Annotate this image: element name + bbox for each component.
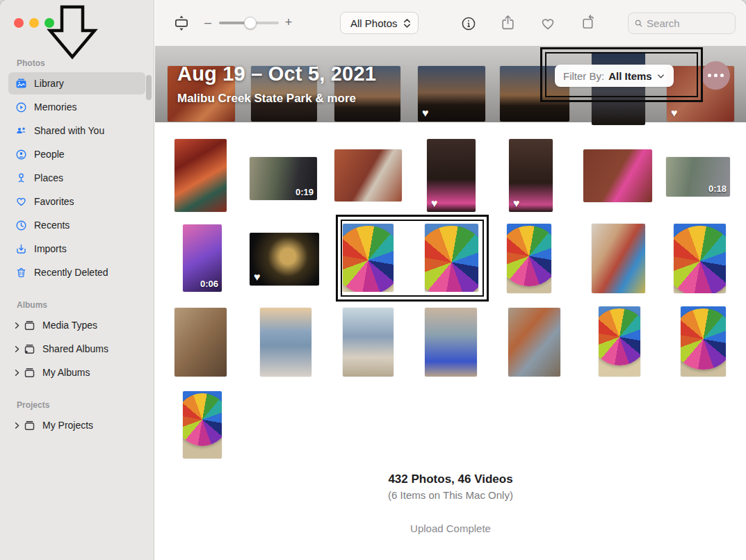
album-icon bbox=[24, 420, 35, 431]
main-area: – + All Photos bbox=[155, 0, 746, 560]
video-thumbnail[interactable]: 0:19 bbox=[250, 157, 317, 200]
photo-thumbnail[interactable] bbox=[674, 224, 726, 293]
sidebar-item-people[interactable]: People bbox=[8, 143, 145, 165]
photo-thumbnail[interactable] bbox=[425, 308, 477, 377]
favorite-heart-badge: ♥ bbox=[431, 198, 438, 209]
sidebar-item-label: Favorites bbox=[34, 196, 74, 207]
annotation-arrow bbox=[44, 4, 100, 61]
photo-thumbnail[interactable] bbox=[592, 52, 645, 125]
people-icon bbox=[15, 149, 27, 160]
favorite-heart-badge: ♥ bbox=[513, 198, 520, 209]
sidebar-item-label: Library bbox=[34, 78, 64, 89]
video-duration-badge: 0:18 bbox=[708, 183, 727, 194]
sidebar-item-label: Imports bbox=[34, 243, 67, 254]
photo-thumbnail[interactable]: ♥ bbox=[427, 139, 476, 212]
photo-thumbnail[interactable]: ♥ bbox=[509, 139, 553, 212]
sidebar-item-memories[interactable]: Memories bbox=[8, 96, 145, 118]
photo-thumbnail[interactable] bbox=[681, 306, 726, 377]
photo-thumbnail[interactable]: ♥ bbox=[418, 66, 485, 122]
photo-thumbnail[interactable] bbox=[334, 149, 402, 201]
zoom-out-button[interactable]: – bbox=[201, 11, 215, 33]
chevron-right-icon[interactable] bbox=[13, 345, 22, 354]
photo-thumbnail[interactable] bbox=[592, 224, 645, 293]
info-button[interactable] bbox=[460, 15, 478, 33]
sidebar-item-label: Places bbox=[34, 172, 63, 183]
sidebar-item-label: Media Types bbox=[42, 320, 97, 331]
photo-thumbnail[interactable] bbox=[583, 149, 652, 202]
photo-thumbnail[interactable] bbox=[508, 308, 560, 377]
photo-thumbnail[interactable] bbox=[599, 306, 640, 377]
toolbar: – + All Photos bbox=[155, 0, 746, 46]
chevron-down-icon bbox=[656, 72, 665, 81]
shared-with-you-icon bbox=[15, 125, 27, 137]
favorite-heart-icon[interactable] bbox=[539, 15, 557, 33]
sidebar-item-recently-deleted[interactable]: Recently Deleted bbox=[8, 261, 145, 283]
photo-thumbnail[interactable] bbox=[343, 224, 394, 292]
moment-title-block: Aug 19 – Oct 5, 2021 Malibu Creek State … bbox=[177, 63, 376, 106]
sidebar-item-shared-albums[interactable]: Shared Albums bbox=[8, 338, 145, 360]
section-label-albums: Albums bbox=[17, 300, 148, 310]
chevron-right-icon[interactable] bbox=[13, 368, 22, 377]
sidebar-item-my-albums[interactable]: My Albums bbox=[8, 361, 145, 384]
local-items-note: (6 Items on This Mac Only) bbox=[155, 489, 746, 501]
sidebar-item-library[interactable]: Library bbox=[8, 72, 145, 94]
photos-window: PhotosLibraryMemoriesShared with YouPeop… bbox=[0, 0, 746, 560]
album-icon bbox=[24, 320, 35, 331]
photo-thumbnail[interactable] bbox=[175, 308, 227, 377]
video-duration-badge: 0:06 bbox=[200, 279, 218, 289]
rotate-icon[interactable] bbox=[579, 13, 597, 31]
sidebar-item-imports[interactable]: Imports bbox=[8, 238, 145, 260]
sidebar-item-label: Recents bbox=[34, 220, 70, 231]
minimize-window-button[interactable] bbox=[29, 18, 39, 28]
favorite-heart-badge: ♥ bbox=[254, 272, 261, 283]
recents-icon bbox=[15, 220, 27, 231]
photo-thumbnail[interactable] bbox=[183, 391, 222, 459]
sidebar-scrollbar[interactable] bbox=[146, 75, 152, 100]
library-counts: 432 Photos, 46 Videos bbox=[155, 472, 746, 486]
more-options-button[interactable] bbox=[702, 61, 730, 90]
sidebar-item-label: Shared with You bbox=[34, 125, 104, 136]
filter-by-label: Filter By: bbox=[563, 70, 604, 82]
sidebar-item-places[interactable]: Places bbox=[8, 167, 145, 189]
sidebar-item-favorites[interactable]: Favorites bbox=[8, 190, 145, 213]
memories-icon bbox=[15, 101, 27, 113]
sidebar-item-label: My Projects bbox=[42, 420, 93, 431]
view-selector-label: All Photos bbox=[350, 17, 398, 29]
sidebar-item-shared-with-you[interactable]: Shared with You bbox=[8, 120, 145, 142]
section-label-projects: Projects bbox=[17, 400, 148, 410]
photo-thumbnail[interactable] bbox=[343, 308, 394, 377]
sidebar-item-media-types[interactable]: Media Types bbox=[8, 314, 145, 336]
chevron-right-icon[interactable] bbox=[13, 421, 22, 430]
chevron-up-down-icon bbox=[403, 18, 411, 28]
favorite-heart-badge: ♥ bbox=[422, 108, 429, 119]
slider-thumb[interactable] bbox=[244, 17, 257, 29]
close-window-button[interactable] bbox=[14, 18, 24, 28]
video-thumbnail[interactable]: 0:06 bbox=[183, 224, 222, 292]
search-input[interactable] bbox=[647, 17, 729, 29]
filter-by-dropdown[interactable]: Filter By: All Items bbox=[555, 65, 674, 87]
sidebar-sections: PhotosLibraryMemoriesShared with YouPeop… bbox=[6, 58, 148, 436]
trash-icon bbox=[15, 267, 27, 279]
imports-icon bbox=[15, 243, 27, 255]
photo-thumbnail[interactable] bbox=[425, 224, 478, 292]
search-field[interactable] bbox=[628, 13, 736, 34]
view-selector-dropdown[interactable]: All Photos bbox=[340, 12, 419, 34]
zoom-in-button[interactable]: + bbox=[282, 11, 295, 33]
upload-status: Upload Complete bbox=[155, 522, 746, 534]
filter-by-value: All Items bbox=[608, 70, 652, 82]
photo-thumbnail[interactable] bbox=[507, 224, 551, 293]
sidebar-item-recents[interactable]: Recents bbox=[8, 214, 145, 236]
photo-thumbnail[interactable] bbox=[175, 139, 227, 212]
thumbnail-size-icon[interactable] bbox=[170, 12, 193, 34]
chevron-right-icon[interactable] bbox=[13, 321, 22, 330]
photo-thumbnail[interactable]: ♥ bbox=[250, 233, 319, 286]
video-thumbnail[interactable]: 0:18 bbox=[666, 157, 730, 197]
sidebar-item-my-projects[interactable]: My Projects bbox=[8, 414, 145, 436]
shared-album-icon bbox=[24, 343, 35, 355]
share-icon[interactable] bbox=[498, 13, 517, 31]
album-icon bbox=[24, 367, 35, 379]
thumbnail-zoom-slider[interactable] bbox=[219, 22, 279, 24]
library-icon bbox=[15, 78, 27, 90]
photo-thumbnail[interactable] bbox=[260, 308, 311, 377]
favorite-heart-badge: ♥ bbox=[671, 108, 678, 119]
